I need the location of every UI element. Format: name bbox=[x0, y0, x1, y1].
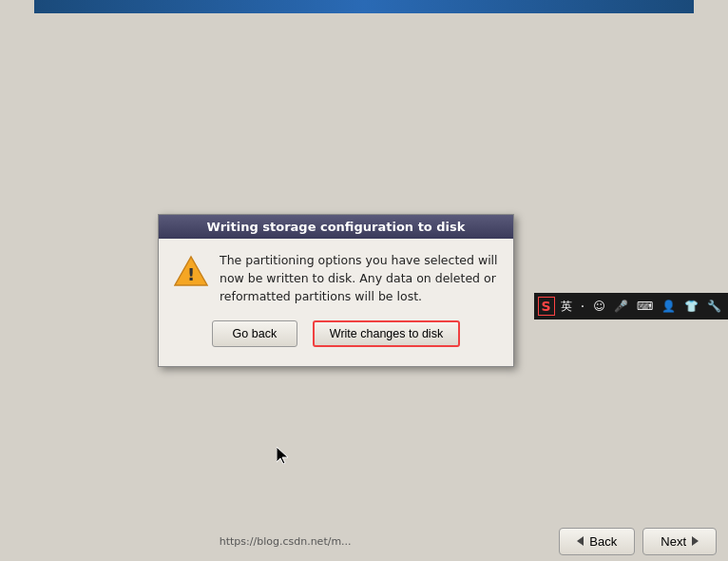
dialog-buttons: Go back Write changes to disk bbox=[174, 320, 498, 355]
dialog-message-row: ! The partitioning options you have sele… bbox=[174, 252, 498, 305]
next-arrow-icon bbox=[692, 536, 699, 546]
dialog-title: Writing storage configuration to disk bbox=[207, 220, 466, 234]
tray-shirt[interactable]: 👕 bbox=[681, 298, 701, 315]
dialog-content: ! The partitioning options you have sele… bbox=[159, 239, 513, 366]
svg-text:!: ! bbox=[187, 264, 195, 284]
tray-app-s[interactable]: S bbox=[538, 297, 555, 316]
dialog-message: The partitioning options you have select… bbox=[220, 252, 498, 305]
tray-dot[interactable]: · bbox=[578, 297, 587, 316]
svg-marker-2 bbox=[277, 447, 288, 464]
write-changes-button[interactable]: Write changes to disk bbox=[313, 320, 460, 347]
dialog-titlebar: Writing storage configuration to disk bbox=[159, 215, 513, 239]
next-button[interactable]: Next bbox=[642, 528, 717, 555]
back-label: Back bbox=[589, 534, 617, 549]
system-tray: S 英 · ☺ 🎤 ⌨ 👤 👕 🔧 bbox=[534, 293, 728, 319]
tray-lang[interactable]: 英 bbox=[558, 297, 575, 317]
tray-user[interactable]: 👤 bbox=[659, 298, 679, 315]
tray-tool[interactable]: 🔧 bbox=[704, 298, 724, 315]
tray-emoji[interactable]: ☺ bbox=[590, 298, 608, 315]
cursor bbox=[277, 447, 288, 464]
next-label: Next bbox=[661, 534, 686, 549]
warning-icon: ! bbox=[174, 254, 208, 288]
back-arrow-icon bbox=[577, 536, 584, 546]
go-back-button[interactable]: Go back bbox=[212, 320, 297, 347]
back-button[interactable]: Back bbox=[559, 528, 635, 555]
bottom-bar: https://blog.csdn.net/m... Back Next bbox=[0, 521, 728, 561]
nav-buttons: Back Next bbox=[559, 528, 717, 555]
top-banner bbox=[34, 0, 694, 13]
tray-mic[interactable]: 🎤 bbox=[611, 298, 631, 315]
bottom-url: https://blog.csdn.net/m... bbox=[11, 535, 559, 548]
tray-keyboard[interactable]: ⌨ bbox=[634, 298, 656, 315]
write-disk-dialog: Writing storage configuration to disk ! … bbox=[158, 214, 514, 367]
